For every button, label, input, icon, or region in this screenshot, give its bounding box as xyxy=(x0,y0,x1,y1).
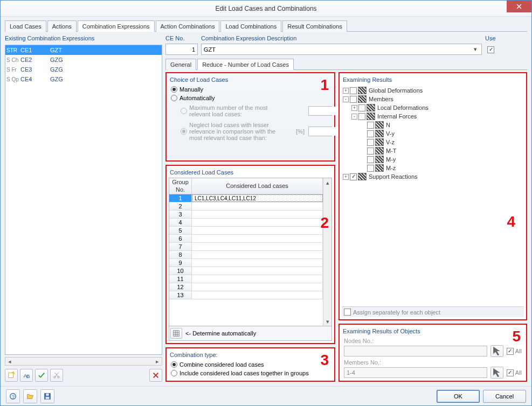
tree-item[interactable]: -Internal Forces xyxy=(343,112,523,121)
table-row[interactable]: 3 xyxy=(169,211,323,219)
cell-load-cases[interactable] xyxy=(192,211,323,218)
assign-separately-row[interactable]: Assign separately for each object xyxy=(342,306,524,317)
ok-button[interactable]: OK xyxy=(437,390,480,403)
radio-automatically[interactable]: Automatically xyxy=(169,94,332,102)
table-row[interactable]: 1LC1,LC3,LC4,LC11,LC12 xyxy=(169,194,323,202)
cell-load-cases[interactable] xyxy=(192,235,323,242)
radio-include-groups[interactable]: Include considered load cases together i… xyxy=(169,369,332,377)
ce-row[interactable]: S FrCE3GZG xyxy=(5,65,162,74)
tree-item[interactable]: N xyxy=(343,121,523,129)
cell-load-cases[interactable] xyxy=(192,275,323,283)
use-checkbox[interactable] xyxy=(487,46,494,53)
tree-checkbox[interactable] xyxy=(367,156,374,163)
cut-ce-button[interactable] xyxy=(50,369,63,382)
tree-toggle-icon[interactable]: + xyxy=(343,88,349,94)
table-row[interactable]: 12 xyxy=(169,283,323,291)
neglect-spinner[interactable]: ▲▼ xyxy=(308,127,332,136)
ce-row[interactable]: S QpCE4GZG xyxy=(5,74,162,84)
tree-checkbox[interactable] xyxy=(350,87,357,94)
radio-manually[interactable]: Manually xyxy=(169,85,332,94)
max-relevant-spinner[interactable]: ▲▼ xyxy=(308,106,332,116)
tree-toggle-icon[interactable]: + xyxy=(343,174,349,180)
ce-desc-select[interactable]: GZT ▾ xyxy=(201,44,482,55)
tree-item[interactable]: M-T xyxy=(343,146,523,155)
assign-separately-checkbox[interactable] xyxy=(344,309,351,316)
cell-load-cases[interactable] xyxy=(192,259,323,267)
nodes-no-input[interactable] xyxy=(344,346,487,356)
delete-ce-button[interactable] xyxy=(149,369,162,382)
tab-action-combinations[interactable]: Action Combinations xyxy=(156,20,220,32)
tab-actions[interactable]: Actions xyxy=(47,20,77,32)
tree-checkbox[interactable] xyxy=(367,130,374,137)
cell-load-cases[interactable] xyxy=(192,283,323,291)
tree-checkbox[interactable] xyxy=(350,96,357,103)
ce-no-input[interactable] xyxy=(165,44,198,55)
nodes-all-check[interactable]: All xyxy=(507,348,522,355)
ce-row[interactable]: STRCE1GZT xyxy=(5,45,162,55)
tree-checkbox[interactable] xyxy=(367,139,374,146)
help-button[interactable]: ? xyxy=(6,389,20,403)
new-ce-button[interactable] xyxy=(5,369,18,382)
tree-checkbox[interactable] xyxy=(358,104,365,111)
results-tree[interactable]: +Global Deformations-Members+Local Defor… xyxy=(342,85,524,306)
tree-item[interactable]: +Support Reactions xyxy=(343,172,523,181)
tree-checkbox[interactable] xyxy=(350,173,357,180)
table-row[interactable]: 10 xyxy=(169,267,323,275)
members-all-check[interactable]: All xyxy=(507,369,522,376)
close-button[interactable] xyxy=(507,1,531,12)
cell-load-cases[interactable] xyxy=(192,219,323,226)
subtab-general[interactable]: General xyxy=(165,59,196,70)
tree-item[interactable]: M-y xyxy=(343,155,523,164)
table-row[interactable]: 13 xyxy=(169,291,323,299)
tree-toggle-icon[interactable]: - xyxy=(343,96,349,102)
table-row[interactable]: 9 xyxy=(169,259,323,267)
cancel-button[interactable]: Cancel xyxy=(483,390,526,403)
tree-checkbox[interactable] xyxy=(367,165,374,172)
scroll-right-icon[interactable]: ▸ xyxy=(153,358,162,365)
tab-combination-expressions[interactable]: Combination Expressions xyxy=(78,20,155,32)
open-button[interactable] xyxy=(23,389,37,403)
cell-load-cases[interactable] xyxy=(192,267,323,275)
table-row[interactable]: 5 xyxy=(169,227,323,235)
subtab-reduce-number-of-load-cases[interactable]: Reduce - Number of Load Cases xyxy=(197,59,294,70)
tree-checkbox[interactable] xyxy=(358,113,365,120)
scroll-left-icon[interactable]: ◂ xyxy=(5,358,14,365)
ce-list-hscroll[interactable]: ◂ ▸ xyxy=(5,357,162,366)
tree-toggle-icon[interactable]: - xyxy=(351,114,357,120)
cell-load-cases[interactable]: LC1,LC3,LC4,LC11,LC12 xyxy=(192,194,323,202)
cell-load-cases[interactable] xyxy=(192,227,323,234)
table-row[interactable]: 8 xyxy=(169,251,323,259)
determine-auto-button[interactable] xyxy=(170,328,182,339)
scroll-down-icon[interactable]: ▾ xyxy=(323,317,331,326)
cell-load-cases[interactable] xyxy=(192,251,323,258)
tree-checkbox[interactable] xyxy=(367,122,374,129)
pick-nodes-button[interactable] xyxy=(490,345,503,357)
tab-load-cases[interactable]: Load Cases xyxy=(5,20,46,32)
cell-load-cases[interactable] xyxy=(192,202,323,210)
table-vscroll[interactable]: ▴ ▾ xyxy=(323,178,331,326)
save-button[interactable] xyxy=(40,389,54,403)
ce-list[interactable]: STRCE1GZTS ChCE2GZGS FrCE3GZGS QpCE4GZG xyxy=(5,45,162,355)
table-row[interactable]: 7 xyxy=(169,243,323,251)
tree-item[interactable]: V-y xyxy=(343,129,523,138)
tree-item[interactable]: V-z xyxy=(343,138,523,146)
radio-combine[interactable]: Combine considered load cases xyxy=(169,360,332,369)
members-no-input[interactable] xyxy=(344,367,487,378)
ce-row[interactable]: S ChCE2GZG xyxy=(5,55,162,65)
table-row[interactable]: 11 xyxy=(169,275,323,283)
tree-item[interactable]: -Members xyxy=(343,95,523,103)
tree-item[interactable]: +Local Deformations xyxy=(343,103,523,112)
tree-item[interactable]: +Global Deformations xyxy=(343,86,523,95)
check-ce-button[interactable] xyxy=(35,369,48,382)
cell-load-cases[interactable] xyxy=(192,243,323,250)
cell-load-cases[interactable] xyxy=(192,291,323,299)
table-row[interactable]: 6 xyxy=(169,235,323,243)
pick-members-button[interactable] xyxy=(490,367,503,379)
tab-result-combinations[interactable]: Result Combinations xyxy=(282,20,347,32)
tree-checkbox[interactable] xyxy=(367,148,374,155)
table-row[interactable]: 4 xyxy=(169,219,323,227)
copy-ce-button[interactable]: AB xyxy=(20,369,33,382)
table-row[interactable]: 2 xyxy=(169,202,323,211)
tab-load-combinations[interactable]: Load Combinations xyxy=(220,20,281,32)
tree-toggle-icon[interactable]: + xyxy=(351,105,357,111)
